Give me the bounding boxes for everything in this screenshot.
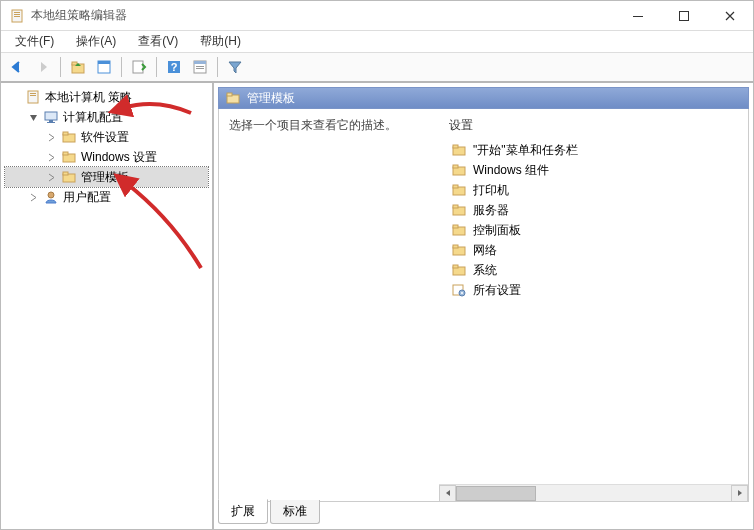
- settings-gear-icon: [451, 282, 467, 298]
- help-button[interactable]: ?: [162, 55, 186, 79]
- maximize-button[interactable]: [661, 1, 707, 31]
- scroll-left-button[interactable]: [439, 485, 456, 502]
- up-button[interactable]: [66, 55, 90, 79]
- menubar: 文件(F) 操作(A) 查看(V) 帮助(H): [1, 31, 753, 53]
- svg-rect-15: [196, 66, 204, 67]
- chevron-right-icon[interactable]: [45, 131, 57, 143]
- menu-view[interactable]: 查看(V): [128, 31, 188, 52]
- folder-icon: [61, 129, 77, 145]
- svg-rect-28: [63, 172, 68, 175]
- chevron-right-icon[interactable]: [45, 171, 57, 183]
- list-item[interactable]: 网络: [449, 240, 738, 260]
- content-header: 管理模板: [218, 87, 749, 109]
- scroll-right-button[interactable]: [731, 485, 748, 502]
- svg-rect-7: [72, 62, 77, 65]
- folder-icon: [451, 142, 467, 158]
- tab-extended[interactable]: 扩展: [218, 499, 268, 524]
- tree-label: 用户配置: [63, 189, 111, 206]
- scroll-track[interactable]: [456, 485, 731, 502]
- menu-action[interactable]: 操作(A): [66, 31, 126, 52]
- tree-label: Windows 设置: [81, 149, 157, 166]
- scroll-thumb[interactable]: [456, 486, 536, 501]
- list-item-label: 系统: [473, 262, 497, 279]
- list-item-label: 打印机: [473, 182, 509, 199]
- horizontal-scrollbar[interactable]: [439, 484, 748, 501]
- svg-rect-37: [453, 185, 458, 188]
- folder-icon: [451, 202, 467, 218]
- svg-rect-17: [28, 91, 38, 103]
- svg-rect-26: [63, 152, 68, 155]
- svg-point-48: [461, 292, 463, 294]
- separator: [217, 57, 218, 77]
- svg-rect-41: [453, 225, 458, 228]
- svg-rect-22: [47, 122, 55, 123]
- list-item-label: Windows 组件: [473, 162, 549, 179]
- list-item[interactable]: 所有设置: [449, 280, 738, 300]
- tree-software-settings[interactable]: 软件设置: [5, 127, 208, 147]
- svg-rect-19: [30, 95, 36, 96]
- view-button[interactable]: [92, 55, 116, 79]
- list-item-label: "开始"菜单和任务栏: [473, 142, 578, 159]
- svg-rect-21: [49, 120, 53, 122]
- svg-rect-9: [98, 61, 110, 64]
- svg-rect-10: [133, 61, 143, 73]
- tree-user-config[interactable]: 用户配置: [5, 187, 208, 207]
- list-item[interactable]: 系统: [449, 260, 738, 280]
- content-tabs: 扩展 标准: [218, 501, 749, 525]
- svg-text:?: ?: [171, 61, 178, 73]
- menu-file[interactable]: 文件(F): [5, 31, 64, 52]
- settings-column: 设置 "开始"菜单和任务栏 Windows 组件 打印机: [439, 109, 748, 501]
- user-icon: [43, 189, 59, 205]
- svg-rect-33: [453, 145, 458, 148]
- chevron-right-icon[interactable]: [45, 151, 57, 163]
- description-prompt: 选择一个项目来查看它的描述。: [229, 117, 429, 134]
- settings-list: "开始"菜单和任务栏 Windows 组件 打印机 服务器: [449, 140, 738, 300]
- list-item[interactable]: 打印机: [449, 180, 738, 200]
- tree-admin-templates[interactable]: 管理模板: [5, 167, 208, 187]
- folder-icon: [61, 169, 77, 185]
- policy-icon: [25, 89, 41, 105]
- forward-button[interactable]: [31, 55, 55, 79]
- list-item[interactable]: 服务器: [449, 200, 738, 220]
- menu-help[interactable]: 帮助(H): [190, 31, 251, 52]
- minimize-button[interactable]: [615, 1, 661, 31]
- content-pane: 管理模板 选择一个项目来查看它的描述。 设置 "开始"菜单和任务栏 Window…: [214, 83, 753, 529]
- list-item-label: 控制面板: [473, 222, 521, 239]
- props-button[interactable]: [188, 55, 212, 79]
- tree-windows-settings[interactable]: Windows 设置: [5, 147, 208, 167]
- titlebar: 本地组策略编辑器: [1, 1, 753, 31]
- window-title: 本地组策略编辑器: [31, 7, 615, 24]
- description-column: 选择一个项目来查看它的描述。: [219, 109, 439, 501]
- close-button[interactable]: [707, 1, 753, 31]
- svg-rect-14: [194, 61, 206, 64]
- svg-rect-1: [14, 12, 20, 13]
- folder-icon: [451, 222, 467, 238]
- back-button[interactable]: [5, 55, 29, 79]
- tree-label: 管理模板: [81, 169, 129, 186]
- svg-rect-2: [14, 14, 20, 15]
- svg-rect-31: [227, 93, 232, 96]
- export-button[interactable]: [127, 55, 151, 79]
- expander-icon: [9, 91, 21, 103]
- tab-standard[interactable]: 标准: [270, 500, 320, 524]
- svg-rect-24: [63, 132, 68, 135]
- tree-root[interactable]: 本地计算机 策略: [5, 87, 208, 107]
- settings-header: 设置: [449, 117, 738, 134]
- folder-icon: [225, 90, 241, 106]
- tree-pane[interactable]: 本地计算机 策略 计算机配置 软件设置: [1, 83, 214, 529]
- svg-rect-5: [680, 11, 689, 20]
- list-item[interactable]: Windows 组件: [449, 160, 738, 180]
- svg-point-29: [48, 192, 54, 198]
- chevron-down-icon[interactable]: [27, 111, 39, 123]
- list-item[interactable]: 控制面板: [449, 220, 738, 240]
- main-area: 本地计算机 策略 计算机配置 软件设置: [1, 83, 753, 529]
- list-item[interactable]: "开始"菜单和任务栏: [449, 140, 738, 160]
- filter-button[interactable]: [223, 55, 247, 79]
- tree: 本地计算机 策略 计算机配置 软件设置: [5, 87, 208, 207]
- chevron-right-icon[interactable]: [27, 191, 39, 203]
- tree-computer-config[interactable]: 计算机配置: [5, 107, 208, 127]
- separator: [121, 57, 122, 77]
- separator: [156, 57, 157, 77]
- svg-rect-4: [633, 16, 643, 17]
- separator: [60, 57, 61, 77]
